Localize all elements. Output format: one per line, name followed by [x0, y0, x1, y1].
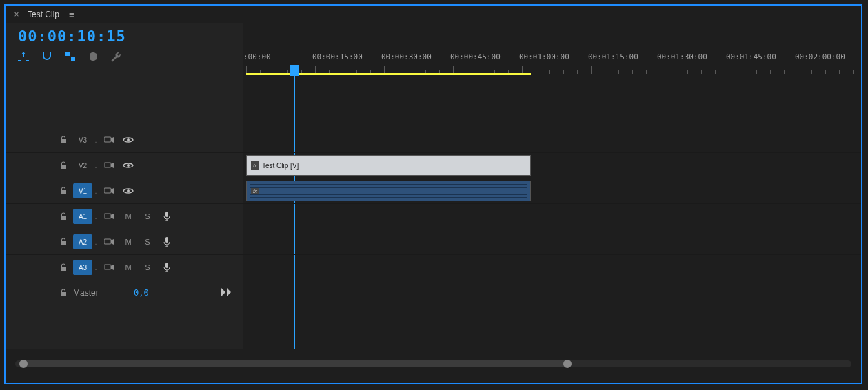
- track-target-v1[interactable]: V1: [73, 183, 92, 198]
- svg-rect-9: [165, 237, 168, 243]
- sync-lock-icon[interactable]: [99, 264, 119, 271]
- track-header-a1: A1.MS: [6, 204, 243, 229]
- playhead-timecode[interactable]: 00:00:10:15: [18, 28, 236, 45]
- track-target-a2[interactable]: A2: [73, 234, 92, 249]
- ruler-label: 00:01:30:00: [657, 52, 707, 61]
- ruler-label: 00:00:15:00: [312, 52, 363, 61]
- lock-icon[interactable]: [54, 187, 73, 195]
- panel-menu-icon[interactable]: ≡: [69, 10, 74, 20]
- track-lane-a3[interactable]: [243, 229, 861, 255]
- track-lane-a2[interactable]: [243, 204, 861, 229]
- svg-rect-0: [104, 137, 111, 142]
- voiceover-mic-icon[interactable]: [157, 237, 176, 247]
- track-target-v3[interactable]: V3: [73, 132, 92, 147]
- svg-point-1: [127, 138, 130, 141]
- track-header-v2: V2.: [6, 153, 243, 178]
- master-track-row: Master 0,0: [6, 280, 243, 305]
- sync-lock-icon[interactable]: [99, 136, 119, 143]
- toggle-track-output-icon[interactable]: [119, 187, 138, 194]
- mute-button[interactable]: M: [119, 238, 138, 246]
- svg-rect-11: [165, 263, 168, 268]
- sync-lock-icon[interactable]: [99, 187, 119, 194]
- snap-icon[interactable]: [41, 52, 52, 63]
- goto-end-icon[interactable]: [221, 288, 231, 298]
- zoom-track[interactable]: [15, 360, 851, 367]
- audio-clip[interactable]: fx: [246, 181, 531, 201]
- track-lane-a1[interactable]: fx: [243, 178, 861, 204]
- track-lane-v1[interactable]: fxTest Clip [V]: [243, 153, 861, 178]
- track-target-a3[interactable]: A3: [73, 260, 92, 275]
- svg-rect-8: [104, 239, 111, 244]
- solo-button[interactable]: S: [138, 263, 157, 271]
- ruler-label: 00:01:00:00: [519, 52, 569, 61]
- clip-label: Test Clip [V]: [262, 162, 299, 170]
- ruler-label: 00:02:00:00: [795, 52, 845, 61]
- master-label: Master: [73, 288, 113, 298]
- track-lane-v3[interactable]: [243, 102, 861, 127]
- lock-icon[interactable]: [54, 263, 73, 271]
- lock-icon[interactable]: [54, 289, 73, 297]
- svg-point-5: [127, 189, 130, 192]
- sync-lock-icon[interactable]: [99, 238, 119, 245]
- track-header-v3: V3.: [6, 127, 243, 153]
- markers-icon[interactable]: [88, 52, 98, 63]
- svg-rect-2: [104, 163, 111, 167]
- master-value[interactable]: 0,0: [134, 288, 149, 298]
- settings-wrench-icon[interactable]: [110, 52, 121, 63]
- zoom-scrollbar[interactable]: [10, 349, 857, 379]
- zoom-thumb[interactable]: [23, 360, 567, 367]
- close-panel-icon[interactable]: ×: [11, 10, 22, 19]
- solo-button[interactable]: S: [138, 212, 157, 220]
- solo-button[interactable]: S: [138, 238, 157, 246]
- panel-tabrow: × Test Clip ≡: [6, 6, 861, 23]
- lock-icon[interactable]: [54, 212, 73, 220]
- zoom-grip-right[interactable]: [563, 360, 572, 368]
- lock-icon[interactable]: [54, 161, 73, 170]
- lock-icon[interactable]: [54, 136, 73, 144]
- voiceover-mic-icon[interactable]: [157, 212, 176, 221]
- ruler-label: :00:00: [243, 52, 271, 61]
- ruler-label: 00:01:15:00: [588, 52, 638, 61]
- svg-rect-6: [104, 214, 111, 218]
- lock-icon[interactable]: [54, 238, 73, 246]
- sync-lock-icon[interactable]: [99, 213, 119, 220]
- svg-rect-4: [104, 188, 111, 193]
- svg-rect-10: [104, 265, 111, 269]
- svg-rect-7: [165, 212, 168, 217]
- mute-button[interactable]: M: [119, 263, 138, 271]
- linked-selection-icon[interactable]: [65, 52, 76, 63]
- fx-badge-icon[interactable]: fx: [251, 161, 259, 170]
- sequence-title[interactable]: Test Clip: [28, 10, 59, 19]
- ruler-label: 00:00:30:00: [381, 52, 432, 61]
- workarea-bar[interactable]: [246, 73, 531, 75]
- track-target-a1[interactable]: A1: [73, 209, 92, 224]
- ruler-label: 00:00:45:00: [450, 52, 501, 61]
- toggle-track-output-icon[interactable]: [119, 136, 138, 143]
- timeline-canvas[interactable]: :00:0000:00:15:0000:00:30:0000:00:45:000…: [243, 23, 861, 349]
- track-target-v2[interactable]: V2: [73, 158, 92, 173]
- track-lane-v2[interactable]: [243, 127, 861, 153]
- track-header-a3: A3.MS: [6, 255, 243, 280]
- timeline-panel: × Test Clip ≡ 00:00:10:15 V3.V2.V1.A1.MS…: [4, 4, 862, 384]
- time-ruler[interactable]: :00:0000:00:15:0000:00:30:0000:00:45:000…: [243, 52, 861, 77]
- video-clip[interactable]: fxTest Clip [V]: [246, 155, 531, 176]
- track-lane-master: [243, 255, 861, 280]
- sync-lock-icon[interactable]: [99, 162, 119, 169]
- insert-override-icon[interactable]: [18, 52, 29, 63]
- toggle-track-output-icon[interactable]: [119, 162, 138, 169]
- voiceover-mic-icon[interactable]: [157, 263, 176, 272]
- mute-button[interactable]: M: [119, 212, 138, 220]
- ruler-label: 00:01:45:00: [726, 52, 776, 61]
- track-header-column: 00:00:10:15 V3.V2.V1.A1.MSA2.MSA3.MS Mas…: [6, 23, 243, 349]
- track-header-a2: A2.MS: [6, 229, 243, 255]
- svg-point-3: [127, 164, 130, 167]
- track-header-v1: V1.: [6, 178, 243, 204]
